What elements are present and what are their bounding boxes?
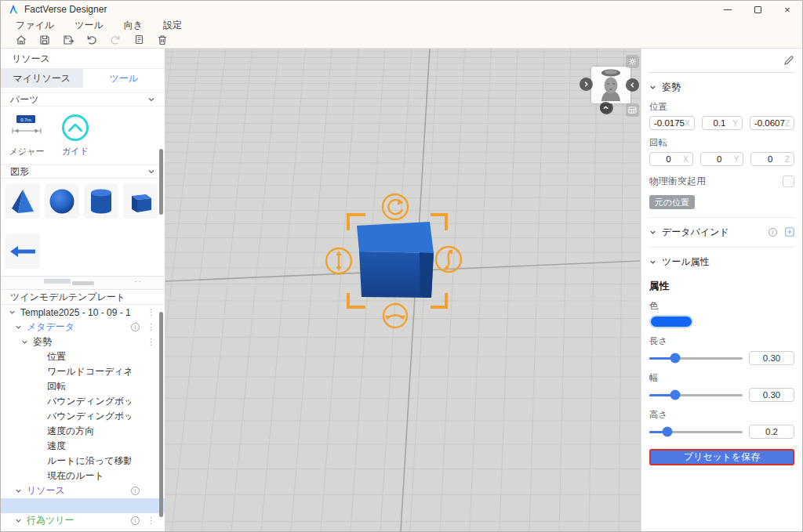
chevron-down-icon[interactable] <box>21 338 28 346</box>
slider-track[interactable] <box>649 431 743 433</box>
tab-tools[interactable]: ツール <box>83 69 165 88</box>
rotation-z-field[interactable]: 0Z <box>750 152 794 166</box>
part-guide[interactable]: ガイド <box>54 112 96 159</box>
save-icon[interactable] <box>38 34 51 47</box>
slider-value-field[interactable]: 0.2 <box>749 425 794 439</box>
maximize-button[interactable] <box>743 1 772 18</box>
info-icon[interactable]: i <box>131 487 140 495</box>
chevron-down-icon[interactable] <box>15 487 22 494</box>
slider-thumb[interactable] <box>670 353 681 364</box>
info-icon[interactable]: i <box>131 516 140 525</box>
viewport-layout-button[interactable] <box>626 103 639 117</box>
tree-row[interactable]: リソース i ⋮ <box>1 483 165 498</box>
tab-my-resources[interactable]: マイリソース <box>1 69 83 88</box>
tree-row[interactable]: 位置 i ⋮ <box>1 349 165 364</box>
rotate-horizontal-handle[interactable] <box>383 304 407 328</box>
position-y-field[interactable]: 0.1Y <box>702 116 743 130</box>
tree-row[interactable]: 回転 i ⋮ <box>1 379 165 394</box>
viewport-settings-button[interactable] <box>626 55 639 68</box>
save-export-icon[interactable] <box>61 34 74 47</box>
menu-item[interactable]: 設定 <box>163 19 182 32</box>
rotate-handle[interactable] <box>383 194 408 219</box>
tree-scrollbar[interactable] <box>159 312 163 517</box>
shapes-scrollbar[interactable] <box>159 149 163 215</box>
redo-icon[interactable] <box>108 34 122 47</box>
info-icon[interactable]: i <box>131 323 140 331</box>
section-pose[interactable]: 姿勢 <box>649 80 794 94</box>
edit-pencil-icon[interactable] <box>783 55 794 66</box>
color-swatch[interactable] <box>649 315 693 328</box>
section-parts[interactable]: パーツ <box>1 92 165 107</box>
section-tool-props[interactable]: ツール属性 <box>649 255 794 269</box>
color-label: 色 <box>649 300 794 312</box>
add-binding-icon[interactable] <box>785 227 794 237</box>
section-databind[interactable]: データバインド i <box>649 225 794 239</box>
close-button[interactable]: × <box>772 1 802 18</box>
kebab-menu-icon[interactable]: ⋮ <box>147 516 155 525</box>
position-z-field[interactable]: -0.0607Z <box>750 116 794 130</box>
shape-arrow-left-icon[interactable] <box>5 234 40 269</box>
rotation-y-field[interactable]: 0Y <box>700 152 744 166</box>
kebab-menu-icon[interactable]: ⋮ <box>147 308 155 317</box>
view-cube[interactable] <box>591 67 630 103</box>
tree-row[interactable]: メタデータ i ⋮ <box>1 320 165 335</box>
copy-icon[interactable] <box>132 34 145 47</box>
tree-row[interactable]: i ⋮ <box>1 498 165 513</box>
shape-cylinder-icon[interactable] <box>84 184 118 219</box>
delete-icon[interactable] <box>155 34 169 47</box>
tree-row[interactable]: バウンディングボックス最… i ⋮ <box>1 409 165 424</box>
tree-row[interactable]: ルートに沿って移動しますか i ⋮ <box>1 454 165 469</box>
nav-rotate-up-button[interactable] <box>600 102 612 114</box>
chevron-down-icon[interactable] <box>15 324 22 331</box>
tree-row[interactable]: ワールドコーディネート i ⋮ <box>1 364 165 379</box>
slider-track[interactable] <box>649 357 743 360</box>
kebab-menu-icon[interactable]: ⋮ <box>147 338 155 346</box>
slider-label: 高さ <box>649 409 794 421</box>
tree-row[interactable]: 姿勢 i ⋮ <box>1 335 165 349</box>
move-vertical-handle[interactable] <box>326 248 351 273</box>
part-measure[interactable]: 0.7m メジャー <box>5 112 48 159</box>
rotation-inputs: 0X 0Y 0Z <box>649 152 794 166</box>
menu-item[interactable]: ファイル <box>16 19 54 32</box>
rotation-x-field[interactable]: 0X <box>649 152 693 166</box>
splitter-handle[interactable] <box>72 281 94 285</box>
undo-icon[interactable] <box>85 34 98 47</box>
chevron-down-icon[interactable] <box>9 309 16 316</box>
resource-tabs: マイリソース ツール <box>1 69 165 88</box>
shape-pyramid-icon[interactable] <box>5 184 40 219</box>
nav-rotate-left-button[interactable] <box>626 78 639 92</box>
nav-rotate-right-button[interactable] <box>580 78 593 91</box>
slider-thumb[interactable] <box>670 390 681 400</box>
menu-item[interactable]: ツール <box>74 19 104 32</box>
save-preset-button[interactable]: プリセットを保存 <box>649 449 794 465</box>
tree-row[interactable]: Template2025 - 10 - 09 - 15 - 33 i ⋮ <box>1 305 165 320</box>
tree-row[interactable]: 行為ツリー i ⋮ <box>1 513 165 528</box>
info-icon[interactable]: i <box>768 228 777 237</box>
chevron-down-icon[interactable] <box>15 517 22 524</box>
scene-cube[interactable] <box>357 222 434 298</box>
slider-track[interactable] <box>649 394 743 396</box>
tree-item-label: 速度 <box>47 440 66 453</box>
tree-row[interactable]: 現在のルート i ⋮ <box>1 469 165 483</box>
section-shapes[interactable]: 図形 <box>1 165 165 179</box>
slider-value-field[interactable]: 0.30 <box>749 351 794 365</box>
physics-collision-checkbox[interactable] <box>783 176 794 187</box>
tree-row[interactable]: 速度 i ⋮ <box>1 439 165 454</box>
tree-item-label: 姿勢 <box>33 335 52 349</box>
original-position-button[interactable]: 元の位置 <box>649 195 695 209</box>
panel-splitter[interactable]: ·· <box>1 276 165 290</box>
tree-row[interactable]: 速度の方向 i ⋮ <box>1 424 165 439</box>
kebab-menu-icon[interactable]: ⋮ <box>147 323 155 331</box>
minimize-button[interactable] <box>713 1 743 18</box>
tree-row[interactable]: バウンディングボックス最… i ⋮ <box>1 394 165 409</box>
tilt-handle[interactable] <box>436 247 461 272</box>
home-icon[interactable] <box>14 34 27 47</box>
slider-value-field[interactable]: 0.30 <box>749 388 794 402</box>
shape-cube-icon[interactable] <box>123 184 158 219</box>
slider-thumb[interactable] <box>662 427 672 437</box>
part-label: メジャー <box>9 146 45 157</box>
shape-sphere-icon[interactable] <box>45 184 79 219</box>
3d-viewport[interactable] <box>165 49 641 531</box>
menu-item[interactable]: 向き <box>124 19 143 32</box>
position-x-field[interactable]: -0.0175X <box>649 116 695 130</box>
